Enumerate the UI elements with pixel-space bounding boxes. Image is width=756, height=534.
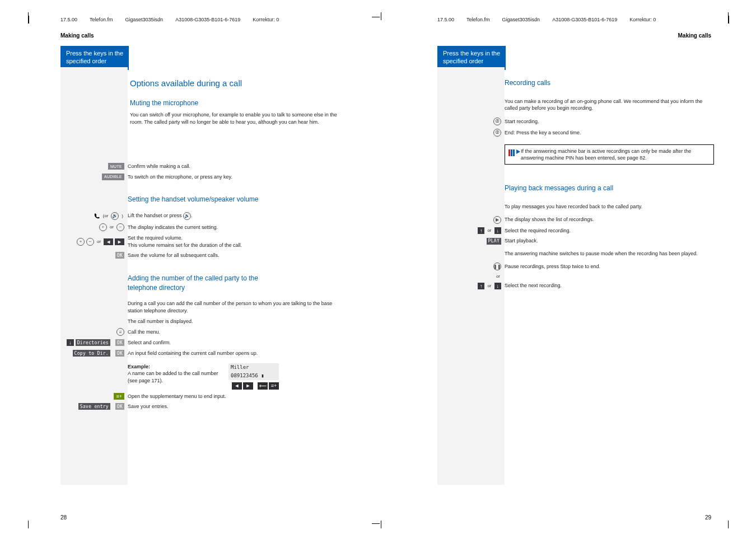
page-number-r: 29: [705, 514, 711, 521]
instr-l1-r: Press the keys in the: [443, 49, 500, 57]
save-entry-label: Save entry: [78, 403, 110, 410]
copy-text: An input field containing the current ca…: [128, 350, 337, 357]
softkey-right-icon: ►: [243, 382, 253, 390]
note-box: If the answering machine bar is active r…: [505, 144, 714, 165]
instr-l1: Press the keys in the: [66, 49, 123, 57]
mute-text: Confirm while making a call.: [128, 163, 337, 170]
example-num: 089123456 ▮: [228, 372, 279, 380]
hdr-corr-r: Korrektur: 0: [629, 17, 656, 22]
set-sub: This volume remains set for the duration…: [128, 242, 337, 249]
speaker-icon-inline: 🔊: [183, 212, 191, 220]
adding-heading-l2: telephone directory: [128, 283, 337, 293]
pause-key-icon: ❚❚: [493, 263, 501, 270]
select-rec-text: Select the required recording.: [505, 227, 714, 235]
menu-text: Call the menu.: [128, 329, 337, 336]
instr-l2: specified order: [66, 57, 123, 65]
copy-label: Copy to Dir.: [73, 350, 110, 357]
mute-key-icon: MUTE: [108, 163, 124, 170]
example-bold: Example:: [128, 364, 150, 369]
plus-key-icon: +: [99, 223, 107, 231]
example-name: Miller: [228, 363, 279, 372]
hdr-file: Telefon.fm: [90, 17, 113, 22]
adding-heading-l1: Adding the number of the called party to…: [128, 274, 337, 283]
switch-text: The answering machine switches to pause …: [505, 250, 714, 257]
record-key-icon: ⦿: [493, 118, 501, 125]
next-rec-text: Select the next recording.: [505, 282, 714, 289]
display-text: The display indicates the current settin…: [128, 224, 337, 231]
instruction-box-r: Press the keys in the specified order: [437, 46, 506, 70]
hdr-date-r: 17.5.00: [437, 17, 454, 22]
ok-key-3: OK: [115, 350, 124, 357]
select-text: Select and confirm.: [128, 339, 337, 346]
handset-icon: [94, 213, 100, 219]
recording-heading: Recording calls: [505, 78, 714, 88]
up-arrow-icon: ↑: [478, 227, 485, 234]
save-entry-text: Save your entries.: [128, 403, 337, 410]
down-arrow-icon-2: ↓: [494, 283, 502, 289]
set-text: Set the required volume.: [128, 235, 337, 242]
softkey-left-icon: ◄: [232, 382, 242, 390]
crop-mark: [28, 16, 29, 24]
page-header: 17.5.00 Telefon.fm Gigaset3035isdn A3100…: [60, 17, 279, 22]
list-text: The display shows the list of recordings…: [505, 216, 714, 223]
hdr-corr: Korrektur: 0: [253, 17, 279, 22]
playback-p1: To play messages you have recorded back …: [505, 203, 714, 210]
menu-plus-key-icon: ≡+: [114, 393, 124, 400]
save-vol-text: Save the volume for all subsequent calls…: [128, 252, 337, 259]
adding-p2: The call number is displayed.: [128, 318, 337, 325]
note-text: If the answering machine bar is active r…: [521, 148, 691, 161]
ok-key-icon: OK: [115, 252, 124, 259]
up-arrow-icon-2: ↑: [478, 283, 485, 289]
speaker-key-icon: 🔊: [111, 212, 119, 220]
start-play-text: Start playback.: [505, 237, 714, 245]
instr-l2-r: specified order: [443, 57, 500, 65]
pause-text: Pause recordings, press Stop twice to en…: [505, 263, 714, 270]
or2-label: or: [496, 274, 500, 279]
down-arrow-icon-r: ↓: [494, 227, 502, 234]
adding-p1: During a call you can add the call numbe…: [128, 300, 337, 314]
muting-heading: Muting the microphone: [130, 99, 337, 107]
hdr-file-r: Telefon.fm: [466, 17, 490, 22]
minus-key-icon-2: −: [86, 238, 94, 246]
example-text: A name can be added to the call number (…: [128, 371, 218, 383]
page-number: 28: [60, 514, 67, 521]
page-header-r: 17.5.00 Telefon.fm Gigaset3035isdn A3100…: [437, 17, 656, 22]
minus-key-icon: −: [116, 223, 124, 231]
playback-heading: Playing back messages during a call: [505, 184, 714, 193]
audible-text: To switch on the microphone, or press an…: [128, 174, 337, 181]
start-rec-text: Start recording.: [505, 118, 714, 125]
right-arrow-icon: ►: [115, 238, 124, 245]
hdr-docid: A31008-G3035-B101-6-7619: [175, 17, 240, 22]
softkey-back-icon: ⟵: [258, 382, 268, 390]
record-key-icon-2: ⦿: [493, 129, 501, 137]
end-rec-text: End: Press the key a second time.: [505, 129, 714, 137]
audible-key-icon: AUDIBLE: [102, 174, 124, 180]
section-title-r: Making calls: [678, 32, 711, 39]
play-key-icon: ▶: [493, 216, 501, 224]
muting-p1: You can switch off your microphone, for …: [130, 111, 337, 125]
dirs-label: Directories: [76, 339, 110, 346]
hdr-model-r: Gigaset3035isdn: [502, 17, 540, 22]
plus-key-icon-2: +: [77, 238, 85, 246]
volume-heading: Setting the handset volume/speaker volum…: [128, 195, 337, 204]
ok-key-2: OK: [115, 339, 124, 346]
play-label: PLAY: [487, 238, 501, 245]
left-arrow-icon: ◄: [104, 238, 113, 245]
options-heading: Options available during a call: [130, 78, 337, 88]
crop-mark-r: [728, 16, 729, 24]
instruction-box: Press the keys in the specified order: [60, 46, 129, 70]
section-title: Making calls: [60, 32, 94, 39]
menu-key-icon: ≡: [116, 328, 124, 336]
hdr-date: 17.5.00: [60, 17, 77, 22]
softkey-menu-icon: ≡+: [269, 382, 279, 390]
note-arrow-icon: [516, 149, 520, 154]
down-arrow-icon: ↓: [67, 339, 74, 346]
ok-key-4: OK: [115, 403, 124, 410]
lift-text: Lift the handset or press: [128, 213, 182, 218]
or-label: or: [487, 228, 491, 233]
recording-p1: You can make a recording of an on-going …: [505, 98, 714, 112]
hdr-docid-r: A31008-G3035-B101-6-7619: [552, 17, 617, 22]
open-menu-text: Open the supplementary menu to end input…: [128, 393, 337, 400]
or-text-1: (or: [103, 213, 109, 218]
hdr-model: Gigaset3035isdn: [125, 17, 164, 22]
